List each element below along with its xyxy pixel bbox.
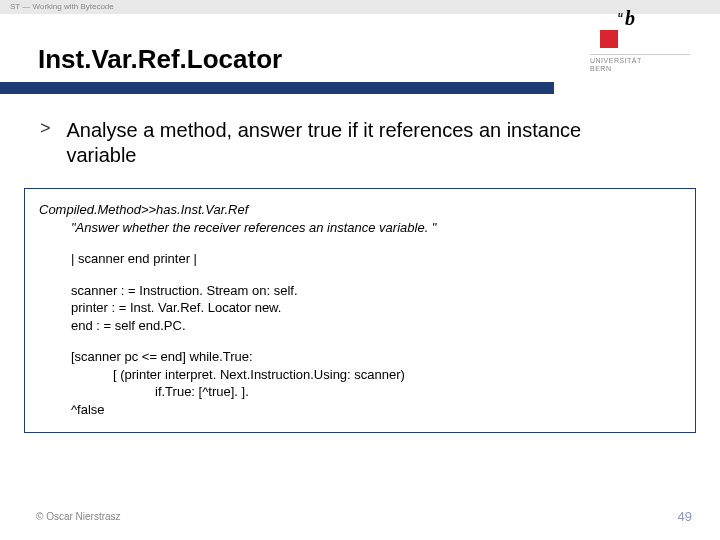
code-signature: Compiled.Method>>has.Inst.Var.Ref bbox=[39, 201, 681, 219]
code-line: [ (printer interpret. Next.Instruction.U… bbox=[39, 366, 681, 384]
bullet-text: Analyse a method, answer true if it refe… bbox=[66, 118, 626, 168]
code-line: | scanner end printer | bbox=[39, 250, 681, 268]
code-line: if.True: [^true]. ]. bbox=[39, 383, 681, 401]
university-logo: ub UNIVERSITÄT BERN bbox=[590, 8, 690, 74]
logo-letter: ub bbox=[618, 8, 690, 28]
footer-copyright: © Oscar Nierstrasz bbox=[36, 511, 121, 522]
code-line: end : = self end.PC. bbox=[39, 317, 681, 335]
bullet-marker-icon: > bbox=[40, 118, 62, 139]
code-line: [scanner pc <= end] while.True: bbox=[39, 348, 681, 366]
logo-red-square-icon bbox=[600, 30, 618, 48]
logo-university-text: UNIVERSITÄT BERN bbox=[590, 54, 690, 74]
code-line: printer : = Inst. Var.Ref. Locator new. bbox=[39, 299, 681, 317]
page-number: 49 bbox=[678, 509, 692, 524]
code-line: scanner : = Instruction. Stream on: self… bbox=[39, 282, 681, 300]
code-listing: Compiled.Method>>has.Inst.Var.Ref "Answe… bbox=[24, 188, 696, 433]
main-bullet: > Analyse a method, answer true if it re… bbox=[40, 118, 660, 168]
code-comment: "Answer whether the receiver references … bbox=[39, 219, 681, 237]
page-title: Inst.Var.Ref.Locator bbox=[38, 44, 282, 75]
title-underline-bar bbox=[0, 82, 554, 94]
code-line: ^false bbox=[39, 401, 681, 419]
